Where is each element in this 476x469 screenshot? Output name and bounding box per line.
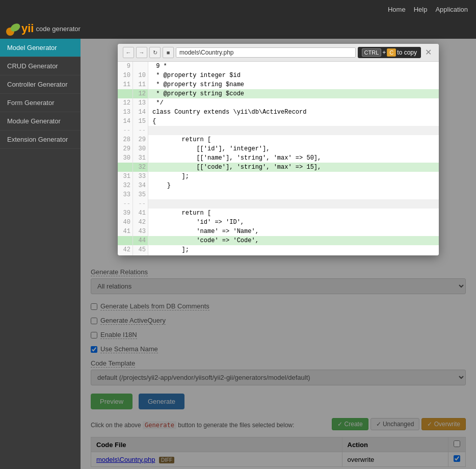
code-diff-line: 44 'code' => 'Code', [118,236,439,245]
line-num-old [118,89,133,98]
modal-stop-button[interactable]: ■ [163,47,174,58]
nav-home[interactable]: Home [388,6,406,13]
line-num-old: 31 [118,172,133,181]
modal-overlay: ← → ↻ ■ models\Country.php CTRL + C to c… [81,39,476,469]
code-diff-line: 12 * @property string $code [118,89,439,98]
logo: yii code generator [5,20,81,37]
line-content [148,199,439,209]
line-num-old: 28 [118,135,133,144]
line-num-old: 40 [118,218,133,227]
line-num-old: 32 [118,181,133,190]
sidebar-item-module[interactable]: Module Generator [0,112,81,131]
main-layout: Model Generator CRUD Generator Controlle… [0,39,476,469]
code-diff-line: 4346 } [118,254,439,255]
modal-refresh-button[interactable]: ↻ [149,47,161,58]
code-diff-line: 9 9 * [118,62,439,71]
line-num-new: 10 [133,71,148,80]
line-content: * @property string $code [148,89,439,98]
line-content: 'code' => 'Code', [148,236,439,245]
copy-text: to copy [397,49,417,56]
line-num-old: 33 [118,190,133,199]
line-num-new: 12 [133,89,148,98]
line-num-old: 41 [118,227,133,236]
code-diff-line: 2829 return [ [118,135,439,144]
line-num-new: 14 [133,108,148,117]
nav-help[interactable]: Help [414,6,428,13]
code-diff-line: 1111 * @property string $name [118,80,439,89]
logo-subtitle: code generator [36,25,80,33]
modal-back-button[interactable]: ← [123,47,134,58]
line-num-new: 44 [133,236,148,245]
line-num-old: 10 [118,71,133,80]
line-content: */ [148,98,439,108]
line-content: 'id' => 'ID', [148,218,439,227]
line-content: * @property string $name [148,80,439,89]
code-diff-line: ---- [118,126,439,135]
top-nav: Home Help Application [0,0,476,18]
line-num-new: 13 [133,98,148,108]
sidebar-item-model[interactable]: Model Generator [0,39,81,57]
code-diff-line: 4143 'name' => 'Name', [118,227,439,236]
code-diff-line: 32 [['code'], 'string', 'max' => 15], [118,163,439,172]
line-content: ]; [148,245,439,254]
c-key: C [387,48,396,57]
line-num-new: 30 [133,144,148,153]
sidebar-item-extension[interactable]: Extension Generator [0,131,81,149]
line-num-old: 14 [118,117,133,126]
code-diff-line: 3133 ]; [118,172,439,181]
code-diff-line: 1010 * @property integer $id [118,71,439,80]
modal-toolbar: ← → ↻ ■ models\Country.php CTRL + C to c… [118,44,439,62]
line-num-old [118,236,133,245]
line-num-new: 34 [133,181,148,190]
line-content: } [148,254,439,255]
line-num-new: -- [133,199,148,209]
code-diff-line: 3941 return [ [118,209,439,218]
sidebar-item-controller[interactable]: Controller Generator [0,75,81,94]
line-content: [['code'], 'string', 'max' => 15], [148,163,439,172]
line-content: 'name' => 'Name', [148,227,439,236]
sidebar-item-form[interactable]: Form Generator [0,94,81,112]
code-diff-line: 1213 */ [118,98,439,108]
logo-bar: yii code generator [0,18,476,39]
line-num-new: 41 [133,209,148,218]
line-content: return [ [148,209,439,218]
line-content: ]; [148,172,439,181]
code-diff-view: 9 9 *1010 * @property integer $id1111 * … [118,62,439,255]
modal-close-button[interactable]: ✕ [423,48,434,57]
line-content: } [148,181,439,190]
sidebar-item-crud[interactable]: CRUD Generator [0,57,81,75]
line-num-new: 15 [133,117,148,126]
line-content: * @property integer $id [148,71,439,80]
modal-forward-button[interactable]: → [136,47,147,58]
sidebar: Model Generator CRUD Generator Controlle… [0,39,81,469]
line-num-old: 29 [118,144,133,153]
diff-modal: ← → ↻ ■ models\Country.php CTRL + C to c… [118,44,439,255]
nav-application[interactable]: Application [435,6,468,13]
line-num-old: -- [118,199,133,209]
copy-hint: CTRL + C to copy [358,47,421,58]
code-diff-line: 1415{ [118,117,439,126]
line-content: class Country extends \yii\db\ActiveReco… [148,108,439,117]
line-content: return [ [148,135,439,144]
yii-logo-icon [5,20,21,37]
line-num-new: 33 [133,172,148,181]
line-num-old: 30 [118,153,133,163]
line-num-new: 31 [133,153,148,163]
logo-yii-text: yii [21,22,34,35]
line-num-new: 35 [133,190,148,199]
line-content [148,190,439,199]
line-content [148,126,439,135]
line-num-new [133,62,148,71]
line-num-old [118,163,133,172]
line-num-new: 42 [133,218,148,227]
line-num-new: 32 [133,163,148,172]
code-diff-line: 4245 ]; [118,245,439,254]
line-num-old: 12 [118,98,133,108]
line-content: [['name'], 'string', 'max' => 50], [148,153,439,163]
code-diff-line: 1314class Country extends \yii\db\Active… [118,108,439,117]
line-num-new: 29 [133,135,148,144]
code-diff-line: 3234 } [118,181,439,190]
line-num-old: 13 [118,108,133,117]
code-diff-line: 4042 'id' => 'ID', [118,218,439,227]
line-num-old: -- [118,126,133,135]
